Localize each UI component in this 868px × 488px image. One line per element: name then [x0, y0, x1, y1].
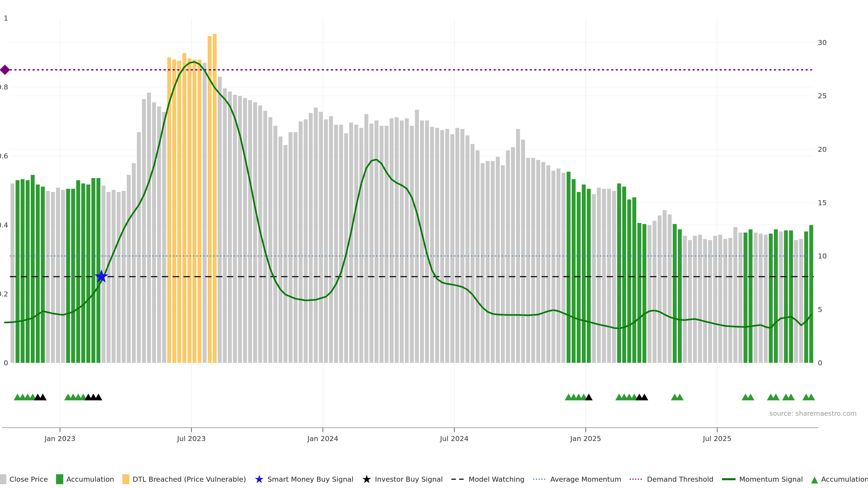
price-bar: [152, 102, 156, 363]
investor-triangle: [94, 394, 102, 400]
legend-item-dtl-breached-price-vulnerable: DTL Breached (Price Vulnerable): [122, 474, 246, 484]
price-bar: [197, 60, 202, 363]
price-bar: [678, 229, 682, 363]
price-bar: [572, 179, 576, 363]
price-bar: [395, 117, 399, 363]
price-bar: [218, 76, 221, 363]
price-bar: [577, 192, 581, 363]
price-bar: [91, 178, 95, 363]
price-bar: [354, 125, 358, 363]
price-bar: [26, 180, 30, 363]
price-bar: [531, 158, 535, 363]
price-bar: [172, 60, 176, 363]
dashed-line-icon: [451, 478, 465, 481]
price-bar: [369, 124, 373, 363]
price-bar: [779, 232, 783, 363]
price-bar: [96, 178, 100, 363]
legend-item-average-momentum: Average Momentum: [533, 475, 621, 483]
price-bar: [496, 157, 500, 363]
price-bar: [491, 161, 495, 363]
legend-item-close-price: Close Price: [0, 474, 48, 484]
right-axis-label: 25: [818, 92, 827, 100]
price-bar: [789, 230, 793, 363]
price-bar: [541, 162, 545, 363]
price-bar: [718, 235, 722, 363]
legend-item-investor-buy-signal: ★Investor Buy Signal: [362, 474, 443, 484]
price-bar: [81, 184, 85, 363]
price-bar: [243, 98, 247, 363]
price-bar: [379, 126, 383, 363]
dotted-line-icon: [629, 478, 644, 481]
price-bar: [627, 199, 631, 363]
price-bar: [329, 116, 333, 363]
price-bar: [31, 175, 35, 363]
price-bar: [86, 185, 90, 363]
price-bar: [597, 188, 601, 363]
price-bar: [521, 140, 525, 363]
left-axis-label: 0.4: [0, 221, 8, 229]
demand-threshold-diamond: [0, 65, 10, 75]
left-axis-label: 0.2: [0, 290, 8, 298]
price-bar: [314, 107, 318, 363]
price-bar: [223, 88, 227, 363]
x-axis-label: Jan 2024: [307, 434, 338, 443]
price-bar: [440, 130, 444, 363]
price-bar: [147, 93, 151, 363]
price-bar: [334, 125, 338, 363]
price-bar: [739, 232, 742, 363]
price-bar: [607, 189, 611, 363]
price-bar: [36, 185, 39, 363]
price-bar: [460, 129, 464, 363]
chart-canvas: Jan 2023Jul 2023Jan 2024Jul 2024Jan 2025…: [0, 0, 868, 488]
price-bar: [723, 239, 727, 363]
price-bar: [475, 150, 479, 363]
price-bar: [309, 113, 313, 363]
price-bar: [653, 221, 656, 363]
price-bar: [668, 215, 672, 363]
price-bar: [16, 180, 20, 363]
x-axis-label: Jul 2024: [440, 434, 469, 443]
price-bar: [551, 170, 555, 363]
right-axis-label: 15: [818, 199, 827, 207]
legend-item-accumulation: Accumulation: [56, 474, 114, 484]
legend-square-swatch: [122, 474, 129, 484]
price-bar: [66, 189, 70, 363]
legend-label: Model Watching: [469, 475, 524, 483]
legend-square-swatch: [0, 474, 6, 484]
price-bar: [480, 163, 485, 363]
price-bar: [734, 227, 737, 363]
price-bar: [582, 185, 586, 363]
price-bar: [774, 229, 778, 363]
legend-label: Momentum Signal: [739, 475, 803, 483]
right-axis-label: 20: [818, 145, 827, 153]
price-bar: [471, 144, 474, 363]
price-bar: [516, 129, 520, 363]
price-bar: [587, 189, 591, 363]
price-bar: [663, 210, 666, 363]
price-bar: [283, 145, 287, 363]
price-bar: [638, 223, 641, 363]
right-axis-label: 0: [818, 359, 822, 367]
price-bar: [187, 59, 191, 363]
price-bar: [349, 123, 353, 363]
price-bar: [405, 119, 409, 363]
price-bar: [683, 236, 687, 363]
price-bar: [506, 150, 510, 363]
legend-label: Smart Money Buy Signal: [268, 475, 353, 483]
price-bar: [177, 61, 181, 363]
price-bar: [208, 36, 212, 363]
price-bar: [703, 239, 707, 363]
x-axis-label: Jul 2023: [177, 434, 206, 443]
price-bar: [713, 236, 717, 363]
price-bar: [339, 125, 343, 363]
legend-item-model-watching: Model Watching: [451, 475, 524, 483]
price-bar: [698, 235, 702, 363]
price-bar: [794, 240, 798, 363]
price-bar: [248, 100, 252, 363]
price-bar: [106, 192, 110, 363]
price-bar: [643, 224, 646, 363]
price-bar: [410, 126, 414, 363]
price-bar: [268, 117, 272, 363]
price-bar: [10, 184, 14, 363]
price-bar: [137, 132, 141, 363]
